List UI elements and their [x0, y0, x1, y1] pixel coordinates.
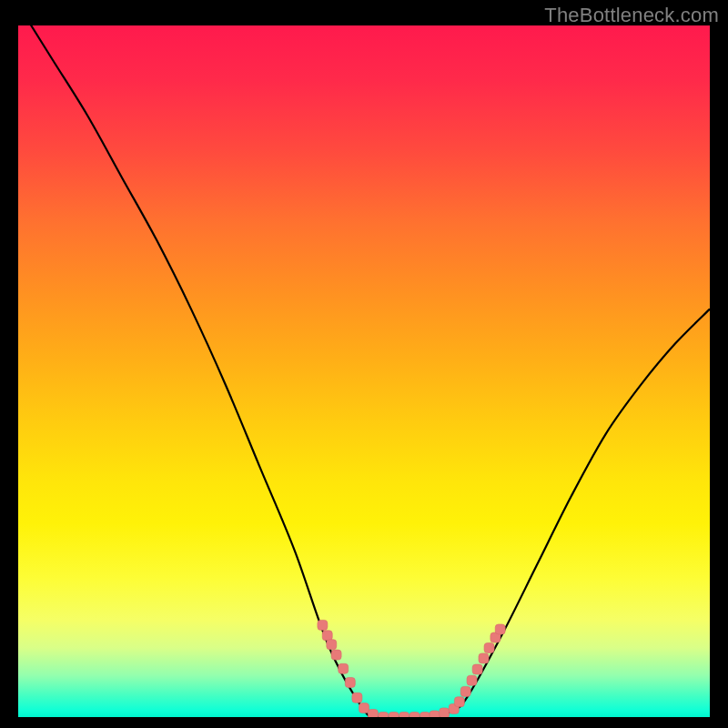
- watermark-text: TheBottleneck.com: [544, 4, 719, 27]
- curve-marker: [467, 675, 477, 685]
- curve-marker: [359, 703, 369, 713]
- curve-marker: [440, 708, 450, 717]
- curve-marker: [479, 653, 489, 663]
- plot-area: [18, 25, 710, 717]
- curve-marker: [410, 713, 420, 718]
- chart-frame: TheBottleneck.com: [0, 0, 728, 728]
- curve-marker: [454, 697, 464, 707]
- curve-marker: [368, 709, 378, 717]
- bottleneck-curve: [18, 25, 710, 717]
- curve-marker: [399, 713, 410, 718]
- curve-marker: [322, 631, 332, 641]
- curve-marker: [495, 624, 505, 634]
- curve-marker: [472, 664, 482, 674]
- curve-marker: [331, 650, 341, 660]
- curve-marker: [389, 713, 399, 718]
- curve-svg: [18, 25, 710, 717]
- curve-marker: [345, 678, 355, 688]
- curve-marker: [420, 713, 430, 718]
- curve-marker: [318, 620, 328, 630]
- curve-marker: [379, 713, 389, 718]
- curve-marker: [339, 663, 349, 673]
- curve-marker: [484, 643, 494, 653]
- curve-marker: [352, 693, 362, 703]
- curve-markers: [318, 620, 505, 717]
- curve-marker: [327, 640, 337, 650]
- curve-marker: [430, 711, 440, 717]
- curve-marker: [460, 686, 470, 696]
